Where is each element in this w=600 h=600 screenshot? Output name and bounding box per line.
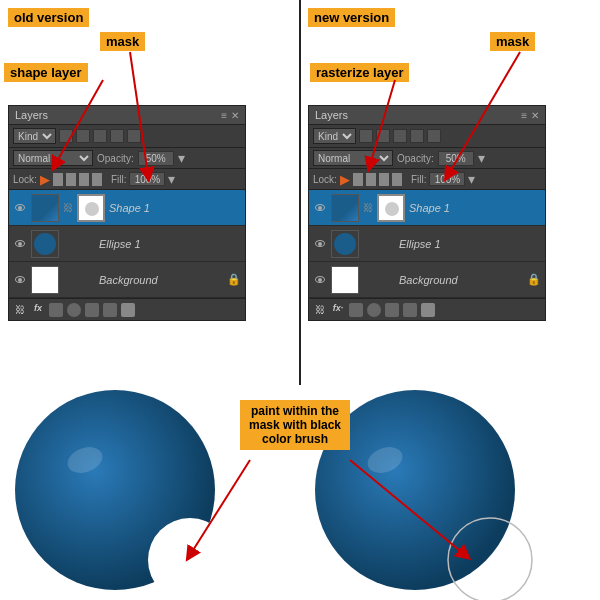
right-lock-move-icon[interactable]: [353, 173, 363, 186]
new-version-label: new version: [308, 8, 395, 27]
right-lock-row: Lock: ▶ Fill: ▾: [309, 169, 545, 190]
left-search-row: Kind: [9, 125, 245, 148]
right-new-icon[interactable]: [403, 303, 417, 317]
left-trash-icon[interactable]: [121, 303, 135, 317]
left-kind-select[interactable]: Kind: [13, 128, 56, 144]
right-eye-shape1[interactable]: [313, 201, 327, 215]
shape-layer-label: shape layer: [4, 63, 88, 82]
left-lock-all-icon[interactable]: [92, 173, 102, 186]
left-bottom-bar: ⛓ fx: [9, 298, 245, 320]
right-opacity-input[interactable]: [438, 151, 474, 166]
right-folder-icon[interactable]: [385, 303, 399, 317]
right-fx-icon[interactable]: fx·: [331, 303, 345, 317]
old-version-label: old version: [8, 8, 89, 27]
right-filter-icon4[interactable]: [410, 129, 424, 143]
left-opacity-input[interactable]: [138, 151, 174, 166]
left-lock-paint-icon[interactable]: [66, 173, 76, 186]
right-lock-all-icon[interactable]: [392, 173, 402, 186]
left-lock-row: Lock: ▶ Fill: ▾: [9, 169, 245, 190]
left-fx-icon[interactable]: fx: [31, 303, 45, 317]
left-thumb-background: [31, 266, 59, 294]
right-layer-background[interactable]: Background 🔒: [309, 262, 545, 298]
left-panel-title: Layers ≡ ✕: [9, 106, 245, 125]
right-mask-shape1: [377, 194, 405, 222]
right-blend-row: Normal Opacity: ▾: [309, 148, 545, 169]
left-filter-icon1[interactable]: [59, 129, 73, 143]
left-lock-art-icon[interactable]: [79, 173, 89, 186]
right-layer-shape1[interactable]: ⛓ Shape 1: [309, 190, 545, 226]
right-lock-paint-icon[interactable]: [366, 173, 376, 186]
left-layers-panel: Layers ≡ ✕ Kind Normal Opacity: ▾ Lock: …: [8, 105, 246, 321]
left-mask-btn[interactable]: [49, 303, 63, 317]
left-thumb-shape1: [31, 194, 59, 222]
right-filter-icon2[interactable]: [376, 129, 390, 143]
left-layer-ellipse1[interactable]: Ellipse 1: [9, 226, 245, 262]
right-layers-panel: Layers ≡ ✕ Kind Normal Opacity: ▾ Lock: …: [308, 105, 546, 321]
mask-left-label: mask: [100, 32, 145, 51]
left-eye-ellipse1[interactable]: [13, 237, 27, 251]
right-eye-ellipse1[interactable]: [313, 237, 327, 251]
left-blend-row: Normal Opacity: ▾: [9, 148, 245, 169]
paint-label: paint within the mask with black color b…: [240, 400, 350, 450]
right-mask-btn[interactable]: [349, 303, 363, 317]
left-layer-background[interactable]: Background 🔒: [9, 262, 245, 298]
left-filter-icon3[interactable]: [93, 129, 107, 143]
left-circle-svg: [5, 385, 235, 600]
right-eye-background[interactable]: [313, 273, 327, 287]
right-kind-select[interactable]: Kind: [313, 128, 356, 144]
mask-right-label: mask: [490, 32, 535, 51]
svg-point-2: [148, 518, 232, 600]
left-thumb-ellipse1: [31, 230, 59, 258]
right-trash-icon[interactable]: [421, 303, 435, 317]
left-eye-background[interactable]: [13, 273, 27, 287]
right-blend-select[interactable]: Normal: [313, 150, 393, 166]
left-layer-shape1[interactable]: ⛓ Shape 1: [9, 190, 245, 226]
left-new-icon[interactable]: [103, 303, 117, 317]
right-panel-title: Layers ≡ ✕: [309, 106, 545, 125]
right-adj-icon[interactable]: [367, 303, 381, 317]
rasterize-layer-label: rasterize layer: [310, 63, 409, 82]
left-filter-icon5[interactable]: [127, 129, 141, 143]
left-adj-icon[interactable]: [67, 303, 81, 317]
left-filter-icon2[interactable]: [76, 129, 90, 143]
right-thumb-shape1: [331, 194, 359, 222]
right-thumb-background: [331, 266, 359, 294]
left-filter-icon4[interactable]: [110, 129, 124, 143]
right-search-row: Kind: [309, 125, 545, 148]
right-link-icon[interactable]: ⛓: [313, 303, 327, 317]
left-folder-icon[interactable]: [85, 303, 99, 317]
bottom-section: paint within the mask with black color b…: [0, 385, 600, 600]
right-bottom-bar: ⛓ fx·: [309, 298, 545, 320]
left-eye-shape1[interactable]: [13, 201, 27, 215]
right-fill-input[interactable]: [429, 172, 465, 186]
right-filter-icon1[interactable]: [359, 129, 373, 143]
right-filter-icon5[interactable]: [427, 129, 441, 143]
left-link-icon[interactable]: ⛓: [13, 303, 27, 317]
right-thumb-ellipse1: [331, 230, 359, 258]
right-lock-art-icon[interactable]: [379, 173, 389, 186]
right-filter-icon3[interactable]: [393, 129, 407, 143]
left-lock-move-icon[interactable]: [53, 173, 63, 186]
left-fill-input[interactable]: [129, 172, 165, 186]
right-layer-ellipse1[interactable]: Ellipse 1: [309, 226, 545, 262]
left-mask-shape1: [77, 194, 105, 222]
left-blend-select[interactable]: Normal: [13, 150, 93, 166]
